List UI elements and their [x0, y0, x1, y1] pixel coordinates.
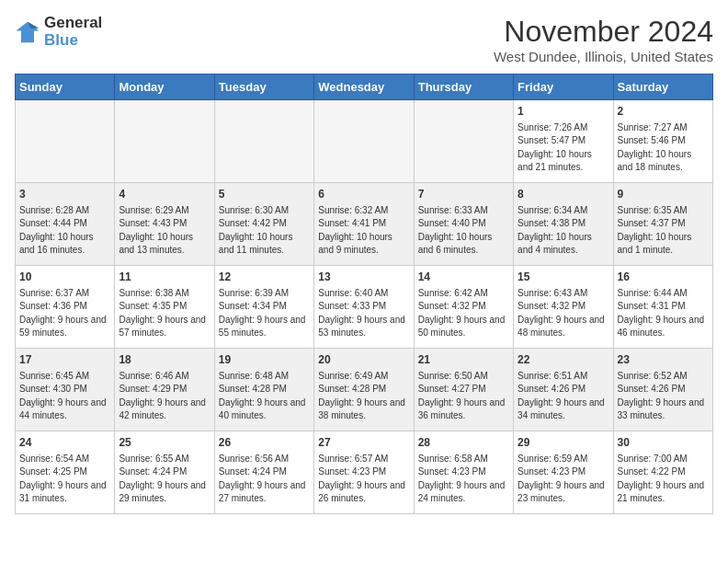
day-number: 30 — [618, 435, 709, 451]
calendar-cell: 4Sunrise: 6:29 AM Sunset: 4:43 PM Daylig… — [115, 183, 214, 266]
day-info: Sunrise: 6:38 AM Sunset: 4:35 PM Dayligh… — [119, 287, 210, 340]
day-info: Sunrise: 6:43 AM Sunset: 4:32 PM Dayligh… — [518, 287, 609, 340]
day-number: 5 — [219, 187, 310, 202]
calendar-cell: 22Sunrise: 6:51 AM Sunset: 4:26 PM Dayli… — [514, 349, 613, 431]
calendar-cell: 16Sunrise: 6:44 AM Sunset: 4:31 PM Dayli… — [613, 266, 712, 349]
calendar-cell — [115, 100, 214, 183]
day-info: Sunrise: 6:33 AM Sunset: 4:40 PM Dayligh… — [418, 204, 509, 258]
day-info: Sunrise: 6:42 AM Sunset: 4:32 PM Dayligh… — [418, 287, 509, 340]
calendar-cell: 3Sunrise: 6:28 AM Sunset: 4:44 PM Daylig… — [16, 183, 115, 266]
day-info: Sunrise: 6:29 AM Sunset: 4:43 PM Dayligh… — [119, 204, 210, 258]
calendar-header-monday: Monday — [115, 75, 214, 100]
day-info: Sunrise: 6:34 AM Sunset: 4:38 PM Dayligh… — [518, 204, 609, 258]
day-info: Sunrise: 6:35 AM Sunset: 4:37 PM Dayligh… — [618, 204, 709, 258]
day-info: Sunrise: 6:55 AM Sunset: 4:24 PM Dayligh… — [119, 453, 210, 506]
page-subtitle: West Dundee, Illinois, United States — [494, 49, 713, 64]
calendar-cell: 12Sunrise: 6:39 AM Sunset: 4:34 PM Dayli… — [214, 266, 313, 349]
day-info: Sunrise: 6:48 AM Sunset: 4:28 PM Dayligh… — [219, 370, 310, 423]
calendar-cell: 17Sunrise: 6:45 AM Sunset: 4:30 PM Dayli… — [16, 349, 115, 431]
day-number: 28 — [418, 435, 509, 451]
day-number: 15 — [518, 270, 609, 285]
calendar-cell: 14Sunrise: 6:42 AM Sunset: 4:32 PM Dayli… — [414, 266, 513, 349]
page-title: November 2024 — [494, 15, 713, 49]
day-number: 21 — [418, 352, 509, 368]
day-info: Sunrise: 6:52 AM Sunset: 4:26 PM Dayligh… — [618, 370, 709, 423]
day-info: Sunrise: 6:46 AM Sunset: 4:29 PM Dayligh… — [119, 370, 210, 423]
day-info: Sunrise: 6:50 AM Sunset: 4:27 PM Dayligh… — [418, 370, 509, 423]
calendar-cell: 11Sunrise: 6:38 AM Sunset: 4:35 PM Dayli… — [115, 266, 214, 349]
calendar-header-friday: Friday — [514, 75, 613, 100]
logo: General Blue — [15, 15, 102, 49]
calendar-cell: 8Sunrise: 6:34 AM Sunset: 4:38 PM Daylig… — [514, 183, 613, 266]
day-info: Sunrise: 7:27 AM Sunset: 5:46 PM Dayligh… — [618, 121, 709, 175]
calendar-cell: 25Sunrise: 6:55 AM Sunset: 4:24 PM Dayli… — [115, 431, 214, 514]
day-number: 22 — [518, 352, 609, 368]
calendar-cell — [16, 100, 115, 183]
day-number: 17 — [19, 352, 110, 368]
day-info: Sunrise: 6:45 AM Sunset: 4:30 PM Dayligh… — [19, 370, 110, 423]
day-number: 16 — [618, 270, 709, 285]
calendar-week-3: 10Sunrise: 6:37 AM Sunset: 4:36 PM Dayli… — [16, 266, 713, 349]
calendar-week-4: 17Sunrise: 6:45 AM Sunset: 4:30 PM Dayli… — [16, 349, 713, 431]
calendar-cell: 2Sunrise: 7:27 AM Sunset: 5:46 PM Daylig… — [613, 100, 712, 183]
calendar-cell: 1Sunrise: 7:26 AM Sunset: 5:47 PM Daylig… — [514, 100, 613, 183]
calendar-cell: 24Sunrise: 6:54 AM Sunset: 4:25 PM Dayli… — [16, 431, 115, 514]
calendar-header-tuesday: Tuesday — [214, 75, 313, 100]
svg-marker-0 — [16, 21, 39, 41]
day-number: 10 — [19, 270, 110, 285]
day-info: Sunrise: 7:00 AM Sunset: 4:22 PM Dayligh… — [618, 453, 709, 506]
day-number: 18 — [119, 352, 210, 368]
day-info: Sunrise: 6:39 AM Sunset: 4:34 PM Dayligh… — [219, 287, 310, 340]
calendar-cell: 7Sunrise: 6:33 AM Sunset: 4:40 PM Daylig… — [414, 183, 513, 266]
day-info: Sunrise: 6:37 AM Sunset: 4:36 PM Dayligh… — [19, 287, 110, 340]
day-info: Sunrise: 6:40 AM Sunset: 4:33 PM Dayligh… — [318, 287, 409, 340]
day-number: 2 — [618, 104, 709, 120]
calendar-header-sunday: Sunday — [16, 75, 115, 100]
calendar-cell: 29Sunrise: 6:59 AM Sunset: 4:23 PM Dayli… — [514, 431, 613, 514]
day-number: 8 — [518, 187, 609, 202]
day-info: Sunrise: 6:32 AM Sunset: 4:41 PM Dayligh… — [318, 204, 409, 258]
calendar-header-row: SundayMondayTuesdayWednesdayThursdayFrid… — [16, 75, 713, 100]
calendar-table: SundayMondayTuesdayWednesdayThursdayFrid… — [15, 74, 713, 514]
calendar-cell: 5Sunrise: 6:30 AM Sunset: 4:42 PM Daylig… — [214, 183, 313, 266]
calendar-cell: 15Sunrise: 6:43 AM Sunset: 4:32 PM Dayli… — [514, 266, 613, 349]
day-number: 7 — [418, 187, 509, 202]
calendar-cell: 21Sunrise: 6:50 AM Sunset: 4:27 PM Dayli… — [414, 349, 513, 431]
day-number: 24 — [19, 435, 110, 451]
day-info: Sunrise: 6:49 AM Sunset: 4:28 PM Dayligh… — [318, 370, 409, 423]
day-info: Sunrise: 6:30 AM Sunset: 4:42 PM Dayligh… — [219, 204, 310, 258]
day-info: Sunrise: 6:28 AM Sunset: 4:44 PM Dayligh… — [19, 204, 110, 258]
day-number: 25 — [119, 435, 210, 451]
calendar-cell: 18Sunrise: 6:46 AM Sunset: 4:29 PM Dayli… — [115, 349, 214, 431]
calendar-cell: 23Sunrise: 6:52 AM Sunset: 4:26 PM Dayli… — [613, 349, 712, 431]
calendar-cell: 28Sunrise: 6:58 AM Sunset: 4:23 PM Dayli… — [414, 431, 513, 514]
day-number: 26 — [219, 435, 310, 451]
page-header: General Blue November 2024 West Dundee, … — [15, 15, 713, 64]
calendar-cell: 27Sunrise: 6:57 AM Sunset: 4:23 PM Dayli… — [314, 431, 414, 514]
day-number: 11 — [119, 270, 210, 285]
day-number: 12 — [219, 270, 310, 285]
logo-text: General Blue — [44, 15, 102, 49]
day-info: Sunrise: 6:51 AM Sunset: 4:26 PM Dayligh… — [518, 370, 609, 423]
calendar-cell: 9Sunrise: 6:35 AM Sunset: 4:37 PM Daylig… — [613, 183, 712, 266]
day-number: 19 — [219, 352, 310, 368]
calendar-week-5: 24Sunrise: 6:54 AM Sunset: 4:25 PM Dayli… — [16, 431, 713, 514]
day-number: 6 — [318, 187, 409, 202]
title-section: November 2024 West Dundee, Illinois, Uni… — [494, 15, 713, 64]
calendar-cell: 6Sunrise: 6:32 AM Sunset: 4:41 PM Daylig… — [314, 183, 414, 266]
logo-icon — [15, 19, 40, 45]
calendar-cell: 26Sunrise: 6:56 AM Sunset: 4:24 PM Dayli… — [214, 431, 313, 514]
day-number: 20 — [318, 352, 409, 368]
day-number: 27 — [318, 435, 409, 451]
day-number: 13 — [318, 270, 409, 285]
calendar-cell — [414, 100, 513, 183]
calendar-week-2: 3Sunrise: 6:28 AM Sunset: 4:44 PM Daylig… — [16, 183, 713, 266]
calendar-cell — [314, 100, 414, 183]
calendar-cell: 10Sunrise: 6:37 AM Sunset: 4:36 PM Dayli… — [16, 266, 115, 349]
day-info: Sunrise: 7:26 AM Sunset: 5:47 PM Dayligh… — [518, 121, 609, 175]
day-info: Sunrise: 6:58 AM Sunset: 4:23 PM Dayligh… — [418, 453, 509, 506]
calendar-cell: 20Sunrise: 6:49 AM Sunset: 4:28 PM Dayli… — [314, 349, 414, 431]
calendar-cell: 19Sunrise: 6:48 AM Sunset: 4:28 PM Dayli… — [214, 349, 313, 431]
calendar-cell: 13Sunrise: 6:40 AM Sunset: 4:33 PM Dayli… — [314, 266, 414, 349]
calendar-header-wednesday: Wednesday — [314, 75, 414, 100]
